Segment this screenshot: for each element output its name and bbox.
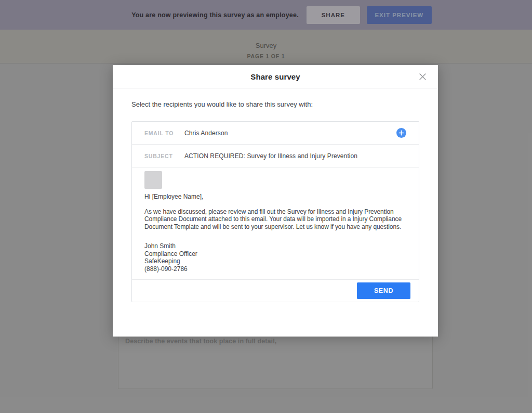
signature-role: Compliance Officer [144,250,406,258]
modal-intro-text: Select the recipients you would like to … [131,88,419,109]
close-button[interactable] [415,65,430,88]
modal-title: Share survey [250,72,300,81]
share-survey-modal: Share survey Select the recipients you w… [113,65,438,337]
add-recipient-button[interactable] [396,128,406,138]
email-body-editor[interactable]: Hi [Employee Name], As we have discussed… [132,167,419,279]
email-paragraph: As we have discussed, please review and … [144,208,406,231]
close-icon [419,73,427,81]
modal-header: Share survey [113,65,438,88]
send-button[interactable]: SEND [357,282,410,299]
logo-placeholder [144,171,162,189]
subject-field[interactable]: SUBJECT ACTION REQUIRED: Survey for Illn… [132,145,419,167]
subject-label: SUBJECT [144,153,184,159]
modal-content: Select the recipients you would like to … [113,88,438,302]
signature-company: SafeKeeping [144,257,406,265]
signature-phone: (888)-090-2786 [144,265,406,273]
subject-value: ACTION REQUIRED: Survey for Illness and … [184,152,357,160]
email-to-value: Chris Anderson [184,130,228,137]
email-to-field[interactable]: EMAIL TO Chris Anderson [132,122,419,145]
plus-icon [396,128,406,138]
email-form: EMAIL TO Chris Anderson SUBJECT ACTION R… [131,121,419,302]
email-to-label: EMAIL TO [144,130,184,136]
email-greeting: Hi [Employee Name], [144,193,406,201]
email-signature: John Smith Compliance Officer SafeKeepin… [144,242,406,273]
email-form-footer: SEND [132,279,419,302]
signature-name: John Smith [144,242,406,250]
